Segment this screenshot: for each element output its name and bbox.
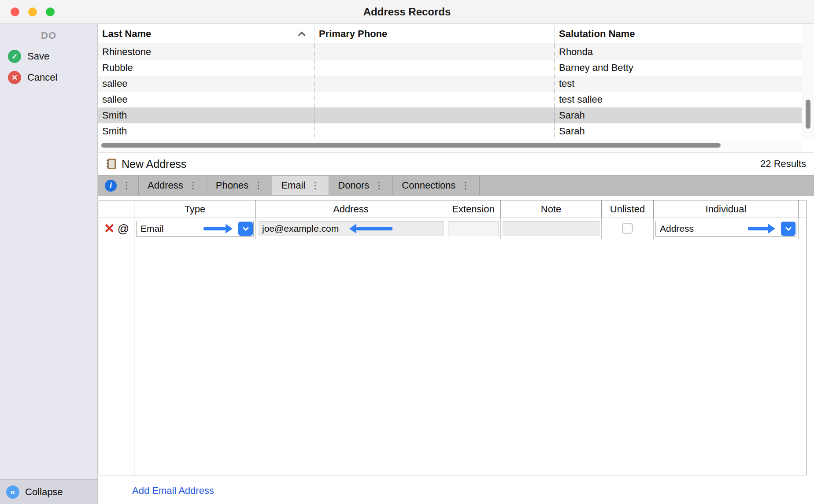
chevron-down-icon (785, 224, 791, 230)
tab-phones[interactable]: Phones ⋮ (207, 176, 273, 195)
address-cell: joe@example.com (256, 218, 446, 239)
add-email-address-link[interactable]: Add Email Address (132, 485, 214, 496)
unlisted-checkbox[interactable] (622, 223, 633, 234)
detail-header-type: Type (134, 200, 256, 218)
detail-header-actions (99, 200, 134, 218)
cell-last-name: Smith (98, 107, 314, 123)
address-book-icon (105, 158, 117, 170)
chevron-down-icon (242, 224, 248, 230)
column-header-primary-phone[interactable]: Primary Phone (314, 24, 555, 44)
tab-email[interactable]: Email ⋮ (272, 176, 329, 195)
records-table-header: Last Name Primary Phone Salutation Name (98, 24, 802, 44)
cell-last-name: Smith (98, 123, 314, 139)
tab-donors[interactable]: Donors ⋮ (329, 176, 393, 195)
individual-select[interactable]: Address (655, 221, 796, 237)
note-input[interactable] (503, 221, 599, 236)
kebab-menu-icon[interactable]: ⋮ (374, 180, 384, 191)
collapse-label: Collapse (25, 486, 63, 498)
type-cell: Email (134, 218, 256, 239)
column-header-last-name[interactable]: Last Name (98, 24, 314, 44)
annotation-arrow-right-type (204, 224, 233, 233)
window-title: Address Records (363, 6, 451, 18)
collapse-button[interactable]: « Collapse (0, 479, 97, 504)
section-header: New Address 22 Results (98, 152, 814, 175)
tab-phones-label: Phones (216, 180, 249, 191)
individual-cell: Address (654, 218, 799, 239)
vertical-scrollbar-thumb[interactable] (806, 100, 810, 129)
cell-salutation: Rhonda (555, 44, 802, 60)
cell-primary-phone (314, 107, 555, 123)
table-row[interactable]: sallee test sallee (98, 92, 802, 107)
detail-header-note: Note (501, 200, 602, 218)
sidebar: DO ✓ Save ✕ Cancel « Collapse (0, 24, 98, 504)
records-table: Last Name Primary Phone Salutation Name … (98, 24, 814, 152)
sidebar-header: DO (0, 24, 97, 46)
extension-input[interactable] (448, 221, 499, 236)
tab-address[interactable]: Address ⋮ (139, 176, 207, 195)
detail-header-unlisted: Unlisted (602, 200, 654, 218)
kebab-menu-icon[interactable]: ⋮ (122, 180, 131, 191)
detail-header-address: Address (256, 200, 446, 218)
cancel-label: Cancel (27, 72, 57, 83)
sort-ascending-icon (298, 31, 306, 39)
annotation-arrow-left-address (349, 224, 392, 233)
close-window-button[interactable] (11, 7, 19, 16)
row-filler-cell (799, 218, 806, 239)
table-row-selected[interactable]: Smith Sarah (98, 107, 802, 123)
email-detail-table: Type Address Extension Note Unlisted Ind… (99, 200, 807, 475)
row-action-cell: ✕ @ (99, 218, 134, 239)
tab-email-label: Email (281, 180, 305, 191)
info-tab[interactable]: i ⋮ (98, 176, 139, 195)
cell-last-name: Rubble (98, 60, 314, 76)
cell-salutation: Sarah (555, 107, 802, 123)
type-value: Email (141, 223, 164, 234)
column-header-salutation-name[interactable]: Salutation Name (555, 24, 802, 44)
annotation-arrow-right-individual (748, 224, 775, 233)
vertical-scrollbar[interactable] (802, 24, 814, 139)
table-row[interactable]: sallee test (98, 76, 802, 92)
save-button[interactable]: ✓ Save (0, 46, 97, 67)
detail-header-individual: Individual (654, 200, 799, 218)
traffic-lights (11, 7, 55, 16)
cell-primary-phone (314, 60, 555, 76)
tab-connections[interactable]: Connections ⋮ (393, 176, 479, 195)
detail-header-filler (799, 200, 806, 218)
results-count: 22 Results (760, 158, 806, 170)
zoom-window-button[interactable] (46, 7, 55, 16)
cell-primary-phone (314, 123, 555, 139)
cancel-button[interactable]: ✕ Cancel (0, 67, 97, 88)
note-cell (501, 218, 602, 239)
tab-connections-label: Connections (402, 180, 455, 191)
horizontal-scrollbar[interactable] (98, 139, 802, 152)
cell-last-name: sallee (98, 92, 314, 107)
individual-dropdown-button[interactable] (781, 222, 796, 236)
tab-bar-filler (480, 176, 814, 195)
tab-address-label: Address (148, 180, 183, 191)
window: Address Records DO ✓ Save ✕ Cancel « Col… (0, 0, 814, 504)
delete-row-icon[interactable]: ✕ (104, 222, 115, 235)
column-header-last-name-label: Last Name (102, 28, 151, 40)
cell-salutation: Barney and Betty (555, 60, 802, 76)
kebab-menu-icon[interactable]: ⋮ (461, 180, 470, 191)
kebab-menu-icon[interactable]: ⋮ (311, 180, 320, 191)
cell-salutation: test sallee (555, 92, 802, 107)
kebab-menu-icon[interactable]: ⋮ (189, 180, 198, 191)
minimize-window-button[interactable] (28, 7, 37, 16)
action-column-rule (99, 239, 134, 475)
table-row[interactable]: Rhinestone Rhonda (98, 44, 802, 60)
extension-cell (446, 218, 501, 239)
type-select[interactable]: Email (136, 221, 254, 237)
cancel-x-icon: ✕ (8, 71, 21, 84)
email-row: ✕ @ Email (99, 218, 806, 239)
horizontal-scrollbar-thumb[interactable] (101, 143, 721, 148)
table-row[interactable]: Smith Sarah (98, 123, 802, 139)
cell-last-name: Rhinestone (98, 44, 314, 60)
info-icon: i (105, 180, 117, 192)
cell-last-name: sallee (98, 76, 314, 92)
table-row[interactable]: Rubble Barney and Betty (98, 60, 802, 76)
titlebar: Address Records (0, 0, 814, 24)
kebab-menu-icon[interactable]: ⋮ (254, 180, 263, 191)
section-title: New Address (122, 158, 186, 170)
type-dropdown-button[interactable] (238, 222, 253, 236)
detail-table-header: Type Address Extension Note Unlisted Ind… (99, 200, 806, 218)
